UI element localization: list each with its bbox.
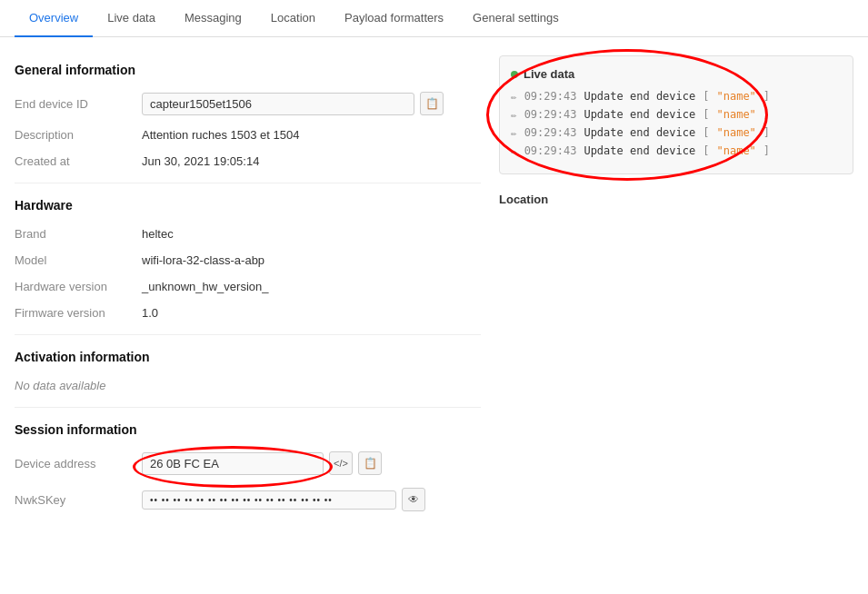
activation-title: Activation information (15, 350, 481, 364)
model-row: Model wifi-lora-32-class-a-abp (15, 253, 481, 267)
live-data-row-1: ✏ 09:29:43 Update end device [ "name" ] (511, 108, 842, 121)
copy-end-device-id-button[interactable]: 📋 (420, 92, 444, 115)
copy-device-address-button[interactable]: 📋 (358, 451, 382, 475)
live-key-1: "name" (716, 108, 755, 121)
device-address-row: Device address </> 📋 (15, 451, 481, 475)
general-info-title: General information (15, 63, 481, 77)
brand-row: Brand heltec (15, 227, 481, 241)
hw-version-row: Hardware version _unknown_hw_version_ (15, 280, 481, 293)
session-title: Session information (15, 422, 481, 437)
model-value: wifi-lora-32-class-a-abp (142, 253, 264, 267)
main-content: General information End device ID 📋 Desc… (0, 37, 868, 542)
live-time-1: 09:29:43 (524, 108, 577, 121)
location-section: Location (499, 193, 853, 206)
created-at-label: Created at (15, 154, 142, 168)
end-device-id-label: End device ID (15, 97, 142, 111)
live-time-3: 09:29:43 (524, 144, 577, 157)
code-view-button[interactable]: </> (329, 451, 353, 475)
end-device-id-input[interactable] (142, 93, 414, 115)
live-key-2: "name" (716, 126, 755, 139)
nwk-skey-row: NwkSKey 👁 (15, 488, 481, 511)
nwk-skey-input[interactable] (142, 490, 396, 510)
hardware-title: Hardware (15, 198, 481, 213)
brand-value: heltec (142, 227, 174, 241)
pencil-icon-2: ✏ (511, 127, 517, 139)
location-title: Location (499, 193, 548, 206)
device-address-wrapper: </> 📋 (142, 451, 382, 475)
tab-general-settings[interactable]: General settings (458, 0, 574, 37)
divider-3 (15, 407, 481, 408)
nwk-skey-input-wrapper: 👁 (142, 488, 425, 511)
tab-overview[interactable]: Overview (15, 0, 93, 37)
live-data-panel: Live data ✏ 09:29:43 Update end device [… (499, 55, 853, 174)
tab-payload-formatters[interactable]: Payload formatters (330, 0, 458, 37)
live-text-2: Update end device (584, 126, 695, 139)
created-at-row: Created at Jun 30, 2021 19:05:14 (15, 154, 481, 168)
live-text-0: Update end device (584, 90, 695, 103)
end-device-id-input-wrapper: 📋 (142, 92, 444, 115)
live-key-3: "name" (716, 144, 755, 157)
live-dot-indicator (511, 71, 518, 78)
device-address-input[interactable] (142, 452, 324, 475)
device-address-label: Device address (15, 457, 142, 470)
pencil-icon-0: ✏ (511, 91, 517, 103)
description-value: Attention ruches 1503 et 1504 (142, 128, 299, 142)
brand-label: Brand (15, 227, 142, 241)
live-data-row-3: ✏ 09:29:43 Update end device [ "name" ] (511, 144, 842, 157)
nwk-skey-label: NwkSKey (15, 493, 142, 507)
live-data-title: Live data (524, 67, 574, 81)
fw-version-value: 1.0 (142, 306, 158, 320)
pencil-icon-3: ✏ (511, 145, 517, 157)
live-time-2: 09:29:43 (524, 126, 577, 139)
divider-1 (15, 183, 481, 183)
divider-2 (15, 334, 481, 335)
created-at-value: Jun 30, 2021 19:05:14 (142, 154, 259, 168)
description-label: Description (15, 128, 142, 142)
live-text-1: Update end device (584, 108, 695, 121)
live-text-3: Update end device (584, 144, 695, 157)
live-data-row-2: ✏ 09:29:43 Update end device [ "name" ] (511, 126, 842, 139)
tab-messaging[interactable]: Messaging (170, 0, 256, 37)
description-row: Description Attention ruches 1503 et 150… (15, 128, 481, 142)
tab-location[interactable]: Location (256, 0, 330, 37)
hw-version-label: Hardware version (15, 280, 142, 293)
end-device-id-row: End device ID 📋 (15, 92, 481, 115)
device-address-input-wrapper: </> 📋 (142, 451, 382, 475)
tab-bar: Overview Live data Messaging Location Pa… (0, 0, 868, 37)
live-data-header: Live data (511, 67, 842, 81)
live-time-0: 09:29:43 (524, 90, 577, 103)
right-panel: Live data ✏ 09:29:43 Update end device [… (499, 55, 853, 524)
fw-version-label: Firmware version (15, 306, 142, 320)
model-label: Model (15, 253, 142, 267)
tab-live-data[interactable]: Live data (93, 0, 170, 37)
fw-version-row: Firmware version 1.0 (15, 306, 481, 320)
left-panel: General information End device ID 📋 Desc… (15, 55, 481, 524)
live-key-0: "name" (716, 90, 755, 103)
pencil-icon-1: ✏ (511, 109, 517, 121)
activation-no-data: No data available (15, 379, 481, 392)
nwk-skey-eye-button[interactable]: 👁 (402, 488, 425, 511)
hw-version-value: _unknown_hw_version_ (142, 280, 268, 293)
live-data-row-0: ✏ 09:29:43 Update end device [ "name" ] (511, 90, 842, 103)
